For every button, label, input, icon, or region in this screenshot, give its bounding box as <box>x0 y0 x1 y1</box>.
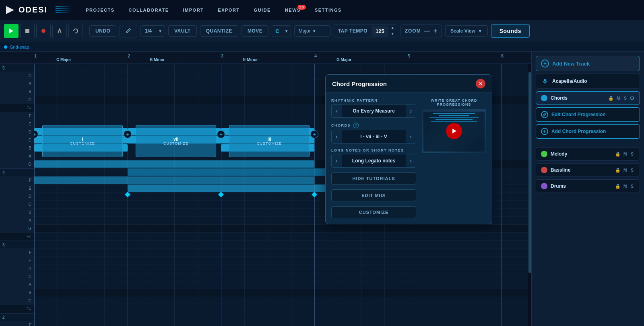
rhythmic-next-button[interactable]: › <box>406 105 416 117</box>
key-selector[interactable]: C ▼ <box>272 25 291 37</box>
record-button[interactable] <box>36 24 51 38</box>
key-g5b[interactable]: G <box>0 160 34 168</box>
key-g5[interactable]: G <box>0 96 34 104</box>
scale-view-button[interactable]: Scale View ▼ <box>445 25 488 37</box>
melody-s-button[interactable]: S <box>630 151 635 157</box>
add-new-track-button[interactable]: + Add New Track <box>536 56 640 71</box>
time-sig-dropdown[interactable]: ▼ <box>156 27 165 36</box>
nav-collaborate[interactable]: COLLABORATE <box>123 6 175 14</box>
vault-button[interactable]: VAULT <box>168 25 197 37</box>
chords-lock-icon[interactable]: 🔒 <box>608 96 614 101</box>
undo-button[interactable]: UNDO <box>89 25 116 37</box>
add-note-btn-3[interactable]: + <box>217 130 225 138</box>
nav-settings[interactable]: SETTINGS <box>309 6 348 14</box>
key-c5[interactable]: C <box>0 72 34 80</box>
chord-iii-customize[interactable]: CUSTOMIZE <box>257 141 282 146</box>
key-a5b[interactable]: A <box>0 152 34 160</box>
scale-selector[interactable]: Major ▼ <box>294 25 330 37</box>
tap-tempo-label[interactable]: TAP TEMPO <box>334 26 372 36</box>
bpm-up[interactable]: ▲ <box>388 25 397 31</box>
key-a4[interactable]: A <box>0 217 34 225</box>
bassline-m-button[interactable]: M <box>622 167 628 173</box>
chord-block-i[interactable]: I CUSTOMIZE <box>42 125 123 157</box>
key-b3[interactable]: B <box>0 281 34 289</box>
drums-s-button[interactable]: S <box>630 183 635 189</box>
key-b4[interactable]: B <box>0 209 34 217</box>
bassline-s-button[interactable]: S <box>630 167 635 173</box>
grid-scrollbar[interactable] <box>528 64 531 326</box>
key-g4[interactable]: G <box>0 225 34 233</box>
key-fs3[interactable]: F# <box>0 305 34 313</box>
stop-button[interactable] <box>20 24 35 38</box>
nav-guide[interactable]: GUIDE <box>248 6 277 14</box>
add-chord-progression-button[interactable]: + Add Chord Progression <box>536 124 640 139</box>
key-a5[interactable]: A <box>0 88 34 96</box>
chords-s-button[interactable]: S <box>623 95 628 101</box>
key-e5[interactable]: E <box>0 120 34 128</box>
rhythmic-prev-button[interactable]: ‹ <box>332 105 342 117</box>
key-fs4[interactable]: F# <box>0 233 34 241</box>
scrollbar-thumb[interactable] <box>528 72 531 273</box>
add-note-btn-2[interactable]: + <box>124 130 132 138</box>
pencil-button[interactable] <box>120 25 137 37</box>
customize-button[interactable]: CUSTOMIZE <box>331 206 416 218</box>
drums-m-button[interactable]: M <box>622 183 628 189</box>
melody-lock-icon[interactable]: 🔒 <box>615 152 621 157</box>
track-acapella[interactable]: Acapella/Audio <box>536 74 640 89</box>
melody-m-button[interactable]: M <box>622 151 628 157</box>
key-f4[interactable]: F <box>0 176 34 185</box>
key-g3[interactable]: G <box>0 297 34 305</box>
chord-i-customize[interactable]: CUSTOMIZE <box>70 141 95 146</box>
drums-lock-icon[interactable]: 🔒 <box>615 184 621 189</box>
notes-prev-button[interactable]: ‹ <box>332 154 342 167</box>
nav-projects[interactable]: PROJECTS <box>80 6 120 14</box>
key-d3[interactable]: D <box>0 265 34 273</box>
quantize-button[interactable]: QUANTIZE <box>200 25 238 37</box>
key-f5[interactable]: F <box>0 112 34 120</box>
key-d4[interactable]: D <box>0 193 34 201</box>
sounds-button[interactable]: Sounds <box>491 24 530 38</box>
track-bassline[interactable]: Bassline 🔒 M S <box>536 163 640 177</box>
loop-button[interactable] <box>68 24 83 38</box>
bpm-value[interactable]: 125 <box>372 26 388 37</box>
track-melody[interactable]: Melody 🔒 M S <box>536 147 640 161</box>
key-f3[interactable]: F <box>0 249 34 257</box>
key-e4[interactable]: E <box>0 185 34 193</box>
metronome-button[interactable] <box>52 24 67 38</box>
track-drums[interactable]: Drums 🔒 M S <box>536 179 640 193</box>
key-e3[interactable]: E <box>0 257 34 265</box>
chords-prev-button[interactable]: ‹ <box>332 130 342 143</box>
chords-m-button[interactable]: M <box>615 95 621 101</box>
edit-midi-button[interactable]: EDIT MIDI <box>331 189 416 201</box>
key-fs5[interactable]: F# <box>0 104 34 112</box>
notes-next-button[interactable]: › <box>406 154 416 167</box>
long-note-1[interactable] <box>34 160 314 168</box>
add-note-btn-4[interactable]: + <box>310 130 318 138</box>
chord-vii-customize[interactable]: CUSTOMIZE <box>163 141 188 146</box>
key-c3[interactable]: C <box>0 273 34 281</box>
move-button[interactable]: MOVE <box>242 25 268 37</box>
chord-block-vii[interactable]: vii CUSTOMIZE <box>136 125 216 157</box>
key-c4[interactable]: C <box>0 201 34 209</box>
modal-close-button[interactable]: × <box>476 79 485 88</box>
key-c5b[interactable]: C <box>0 136 34 144</box>
edit-chord-progression-button[interactable]: Edit Chord Progression <box>536 107 640 122</box>
track-chords[interactable]: Chords 🔒 M S ⚙ <box>536 91 640 105</box>
key-dropdown-arrow[interactable]: ▼ <box>283 27 291 36</box>
key-d5[interactable]: D <box>0 128 34 136</box>
nav-import[interactable]: IMPORT <box>177 6 210 14</box>
nav-news[interactable]: NEWS10 <box>279 6 307 14</box>
long-note-3[interactable] <box>34 176 314 184</box>
bpm-down[interactable]: ▼ <box>388 31 397 37</box>
play-button[interactable] <box>4 24 19 38</box>
zoom-out-button[interactable]: — <box>424 28 430 34</box>
key-f2[interactable]: F <box>0 321 34 326</box>
bassline-lock-icon[interactable]: 🔒 <box>615 168 621 173</box>
nav-export[interactable]: EXPORT <box>212 6 246 14</box>
chords-next-button[interactable]: › <box>406 130 416 143</box>
key-b5[interactable]: B <box>0 80 34 88</box>
zoom-in-button[interactable]: + <box>433 27 438 35</box>
key-b5b[interactable]: B <box>0 144 34 152</box>
hide-tutorials-button[interactable]: HIDE TUTORIALS <box>331 172 416 185</box>
key-a3[interactable]: A <box>0 289 34 297</box>
